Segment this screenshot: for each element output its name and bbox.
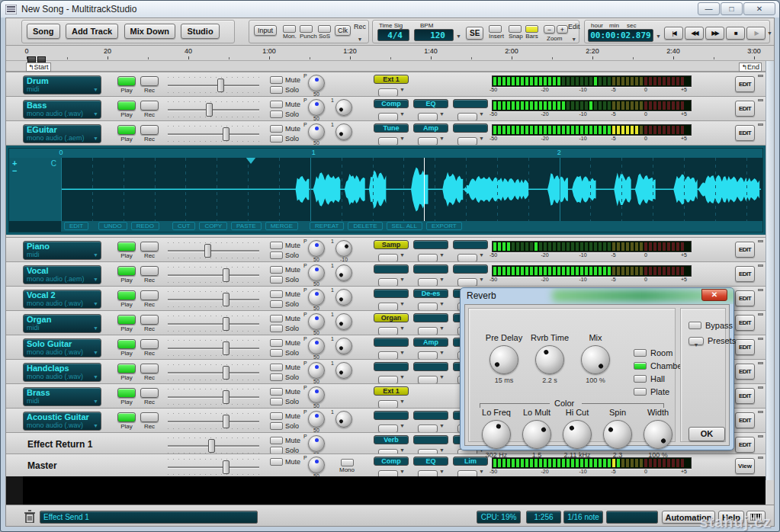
effect-label[interactable]	[374, 338, 409, 347]
effect-label[interactable]	[453, 264, 488, 274]
effect-dropdown-icon[interactable]: ▼	[400, 399, 405, 404]
effect-dropdown-icon[interactable]: ▼	[439, 301, 445, 306]
mono-checkbox[interactable]	[341, 459, 354, 466]
slider-thumb[interactable]	[223, 390, 230, 404]
effect-label[interactable]	[413, 264, 448, 274]
play-button[interactable]	[117, 412, 136, 422]
track-dropdown-icon[interactable]: ▼	[93, 374, 98, 380]
effect-label-comp[interactable]: Comp	[374, 457, 409, 466]
play-button[interactable]	[117, 76, 136, 86]
effect-dropdown-icon[interactable]: ▼	[400, 277, 405, 282]
edit-button[interactable]: EDIT	[735, 364, 755, 380]
volume-slider[interactable]: -1.8	[168, 75, 259, 95]
dialog-title-bar[interactable]: Reverb ✕	[461, 288, 733, 304]
solo-checkbox[interactable]	[270, 349, 283, 357]
effect-label-de-es[interactable]: De-es	[413, 289, 448, 298]
bars-checkbox[interactable]	[525, 25, 538, 33]
rewind-button[interactable]: ◀◀	[685, 27, 704, 40]
edit-button[interactable]: EDIT	[735, 437, 755, 453]
effect-label-samp[interactable]: Samp	[374, 240, 409, 249]
solo-checkbox[interactable]	[270, 325, 283, 332]
effect-dropdown-icon[interactable]: ▼	[479, 136, 484, 141]
pan-knob[interactable]	[308, 123, 325, 140]
slider-thumb[interactable]	[223, 341, 230, 355]
edit-button[interactable]: EDIT	[735, 388, 755, 404]
track-name-box-drum[interactable]: Drummidi▼	[23, 75, 101, 95]
mute-checkbox[interactable]	[270, 437, 283, 444]
mute-checkbox[interactable]	[270, 266, 283, 274]
go-to-start-button[interactable]: |◀	[664, 27, 683, 40]
editor-redo-button[interactable]: REDO	[131, 222, 159, 230]
play-button[interactable]	[117, 290, 136, 300]
row-minimize-button[interactable]	[758, 264, 763, 267]
fast-forward-button[interactable]: ▶▶	[705, 27, 724, 40]
effect-dropdown-icon[interactable]: ▼	[400, 136, 405, 141]
effect-dropdown-icon[interactable]: ▼	[400, 325, 405, 331]
effect-dropdown-icon[interactable]: ▼	[400, 469, 405, 474]
solo-checkbox[interactable]	[270, 86, 283, 94]
se-button[interactable]: SE	[466, 27, 483, 40]
editor-edit-button[interactable]: EDIT	[64, 222, 88, 230]
slider-thumb[interactable]	[223, 127, 230, 141]
effect-dropdown-icon[interactable]: ▼	[439, 136, 445, 141]
effect-label-ext-1[interactable]: Ext 1	[374, 386, 409, 396]
dialog-knob-hi-cut-control[interactable]	[563, 420, 592, 449]
mute-checkbox[interactable]	[270, 125, 283, 133]
edit-button[interactable]: EDIT	[735, 412, 755, 428]
editor-playhead[interactable]	[424, 158, 425, 221]
row-minimize-button[interactable]	[758, 313, 763, 316]
effect-dropdown-icon[interactable]: ▼	[439, 350, 445, 355]
editor-cut-button[interactable]: CUT	[172, 222, 195, 230]
dialog-knob-width-control[interactable]	[644, 420, 672, 449]
editor-export-button[interactable]: EXPORT	[426, 222, 462, 230]
track-name-box-brass[interactable]: Brassmidi▼	[23, 387, 101, 406]
play-button[interactable]: ▶	[746, 27, 766, 40]
row-minimize-button[interactable]	[758, 362, 763, 364]
mute-checkbox[interactable]	[270, 315, 283, 322]
pan-knob[interactable]	[308, 264, 325, 281]
editor-delete-button[interactable]: DELETE	[348, 222, 382, 230]
effect-label[interactable]	[413, 435, 448, 444]
solo-checkbox[interactable]	[270, 111, 283, 118]
effect-send-field[interactable]: Effect Send 1	[40, 511, 258, 524]
edit-button[interactable]: EDIT	[735, 266, 755, 282]
volume-slider[interactable]: -6.8	[168, 241, 259, 261]
effect-dropdown-icon[interactable]: ▼	[400, 301, 405, 306]
rec-button[interactable]	[140, 125, 159, 135]
track-dropdown-icon[interactable]: ▼	[93, 87, 98, 92]
edit-button[interactable]: EDIT	[735, 125, 755, 141]
send-knob[interactable]	[335, 123, 352, 140]
volume-slider[interactable]: -4.7	[168, 100, 259, 120]
play-button[interactable]	[117, 364, 136, 373]
solo-checkbox[interactable]	[270, 276, 283, 284]
sos-checkbox[interactable]	[318, 25, 331, 33]
effect-dropdown-icon[interactable]: ▼	[400, 423, 405, 428]
solo-checkbox[interactable]	[270, 422, 283, 430]
input-button[interactable]: Input	[254, 25, 277, 36]
track-dropdown-icon[interactable]: ▼	[93, 423, 98, 428]
row-minimize-button[interactable]	[758, 338, 763, 340]
time-display[interactable]: 00:00:02.879	[588, 29, 653, 42]
effect-dropdown-icon[interactable]: ▼	[439, 111, 445, 117]
zoom-out-button[interactable]: −	[544, 25, 555, 34]
effect-label-tune[interactable]: Tune	[374, 123, 409, 133]
volume-slider[interactable]: 0.0	[168, 290, 259, 309]
pan-knob[interactable]	[308, 99, 325, 116]
effect-dropdown-icon[interactable]: ▼	[400, 87, 405, 92]
track-name-box-bass[interactable]: Bassmono audio (.wav)▼	[23, 100, 101, 119]
slider-thumb[interactable]	[208, 439, 215, 453]
volume-slider[interactable]: 0.0	[168, 124, 259, 144]
effect-dropdown-icon[interactable]: ▼	[439, 423, 445, 428]
effect-label[interactable]	[413, 240, 448, 249]
solo-checkbox[interactable]	[270, 135, 283, 143]
hall-checkbox[interactable]	[634, 375, 647, 383]
send-knob[interactable]	[335, 313, 352, 330]
pan-knob[interactable]	[308, 362, 325, 379]
effect-label[interactable]	[374, 362, 409, 371]
edit-button[interactable]: EDIT	[735, 339, 755, 355]
pan-knob[interactable]	[308, 457, 325, 473]
timeline-ruler[interactable]: 020401:001:201:402:002:202:403:00	[6, 46, 774, 61]
dialog-knob-spin-control[interactable]	[603, 420, 632, 449]
slider-thumb[interactable]	[223, 317, 230, 331]
editor-ruler[interactable]: 012	[9, 149, 762, 158]
